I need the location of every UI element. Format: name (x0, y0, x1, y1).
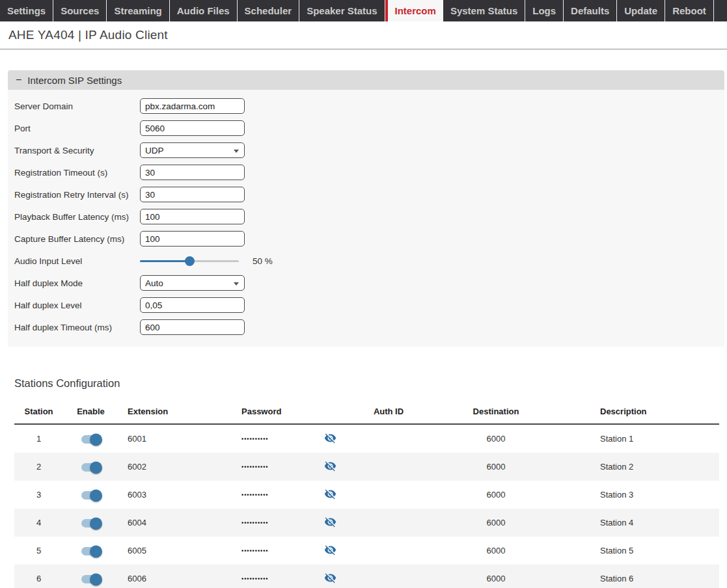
enable-toggle[interactable] (81, 463, 101, 472)
enable-toggle[interactable] (81, 519, 101, 528)
registration-retry-interval-s-label: Registration Retry Interval (s) (14, 190, 140, 200)
registration-timeout-s-input[interactable] (140, 165, 245, 180)
tab-speaker-status[interactable]: Speaker Status (299, 0, 385, 21)
eye-off-icon[interactable] (323, 460, 337, 473)
description-value: Station 2 (571, 462, 719, 472)
slider-thumb[interactable] (185, 256, 195, 266)
sip-settings-panel: − Intercom SIP Settings Server DomainPor… (8, 70, 724, 347)
password-masked: •••••••••• (226, 520, 304, 526)
form-row-registration-retry-interval-s: Registration Retry Interval (s) (14, 187, 724, 202)
password-visibility-cell (304, 488, 356, 502)
stations-table-header: StationEnableExtensionPasswordAuth IDDes… (14, 399, 719, 425)
chevron-down-icon (234, 150, 239, 153)
password-masked: •••••••••• (226, 576, 304, 582)
audio-input-level-slider[interactable] (140, 253, 239, 269)
tab-streaming[interactable]: Streaming (107, 0, 169, 21)
half-duplex-timeout-ms-input[interactable] (140, 319, 245, 335)
station-number: 4 (14, 518, 63, 528)
extension-value: 6006 (118, 574, 226, 583)
half-duplex-timeout-ms-label: Half duplex Timeout (ms) (14, 323, 140, 332)
half-duplex-level-input[interactable] (140, 297, 245, 313)
eye-off-icon[interactable] (323, 572, 337, 585)
enable-toggle[interactable] (81, 491, 101, 500)
registration-retry-interval-s-input[interactable] (140, 187, 245, 202)
password-masked: •••••••••• (226, 492, 304, 498)
column-header-password: Password (226, 407, 304, 416)
tab-intercom[interactable]: Intercom (385, 0, 443, 21)
column-header-auth-id: Auth ID (356, 407, 421, 416)
tab-scheduler[interactable]: Scheduler (238, 0, 300, 21)
table-row: 66006••••••••••6000Station 6 (14, 565, 719, 588)
capture-buffer-latency-ms-label: Capture Buffer Latency (ms) (14, 234, 140, 244)
toggle-knob-icon (90, 517, 102, 529)
sip-settings-panel-header[interactable]: − Intercom SIP Settings (8, 70, 724, 90)
station-number: 3 (14, 490, 63, 500)
password-masked: •••••••••• (226, 464, 304, 470)
port-label: Port (14, 124, 140, 133)
port-input[interactable] (140, 120, 245, 136)
password-visibility-cell (304, 516, 356, 530)
table-row: 26002••••••••••6000Station 2 (14, 453, 719, 481)
tab-update[interactable]: Update (617, 0, 665, 21)
enable-toggle[interactable] (81, 547, 101, 555)
table-row: 16001••••••••••6000Station 1 (14, 425, 719, 453)
audio-input-level-label: Audio Input Level (14, 256, 140, 266)
collapse-minus-icon: − (16, 74, 21, 86)
half-duplex-mode-select[interactable]: Auto (140, 275, 245, 291)
destination-value: 6000 (421, 546, 571, 555)
eye-off-icon[interactable] (323, 488, 337, 501)
enable-toggle[interactable] (81, 435, 101, 444)
transport-security-label: Transport & Security (14, 146, 140, 155)
server-domain-label: Server Domain (14, 101, 140, 111)
toggle-knob-icon (90, 461, 102, 474)
server-domain-input[interactable] (140, 98, 245, 114)
tab-settings[interactable]: Settings (0, 0, 53, 21)
slider-fill (140, 260, 189, 263)
description-value: Station 5 (571, 546, 719, 555)
page-title: AHE YA404 | IP Audio Client (8, 28, 727, 42)
password-visibility-cell (304, 460, 356, 474)
description-value: Station 4 (571, 518, 719, 528)
enable-toggle[interactable] (81, 575, 101, 583)
form-row-half-duplex-timeout-ms: Half duplex Timeout (ms) (14, 319, 724, 335)
form-row-registration-timeout-s: Registration Timeout (s) (14, 165, 724, 180)
tab-reboot[interactable]: Reboot (665, 0, 714, 21)
sip-settings-panel-title: Intercom SIP Settings (27, 75, 122, 86)
password-visibility-cell (304, 432, 356, 446)
enable-toggle-cell (63, 462, 118, 472)
password-masked: •••••••••• (226, 548, 304, 554)
tab-system-status[interactable]: System Status (443, 0, 525, 21)
extension-value: 6003 (118, 490, 226, 500)
description-value: Station 1 (571, 434, 719, 444)
capture-buffer-latency-ms-input[interactable] (140, 231, 245, 247)
form-row-half-duplex-mode: Half duplex ModeAuto (14, 275, 724, 291)
tab-sources[interactable]: Sources (53, 0, 107, 21)
tab-audio-files[interactable]: Audio Files (170, 0, 238, 21)
destination-value: 6000 (421, 574, 571, 583)
toggle-knob-icon (90, 573, 102, 585)
stations-table: StationEnableExtensionPasswordAuth IDDes… (14, 399, 719, 588)
transport-security-select[interactable]: UDP (140, 142, 245, 158)
toggle-knob-icon (90, 433, 102, 446)
eye-off-icon[interactable] (323, 544, 337, 557)
enable-toggle-cell (63, 574, 118, 583)
enable-toggle-cell (63, 546, 118, 555)
form-row-half-duplex-level: Half duplex Level (14, 297, 724, 313)
station-number: 5 (14, 546, 63, 555)
eye-off-icon[interactable] (323, 516, 337, 529)
nav-filler (714, 0, 727, 21)
form-row-playback-buffer-latency-ms: Playback Buffer Latency (ms) (14, 209, 724, 224)
transport-security-selected-value: UDP (145, 146, 164, 155)
column-header-station: Station (14, 407, 63, 416)
eye-off-icon[interactable] (323, 432, 337, 445)
playback-buffer-latency-ms-input[interactable] (140, 209, 245, 224)
sip-settings-panel-body: Server DomainPortTransport & SecurityUDP… (8, 90, 724, 347)
description-value: Station 3 (571, 490, 719, 500)
destination-value: 6000 (421, 490, 571, 500)
tab-logs[interactable]: Logs (525, 0, 564, 21)
column-header-description: Description (571, 407, 719, 416)
tab-defaults[interactable]: Defaults (564, 0, 617, 21)
toggle-knob-icon (90, 489, 102, 501)
top-nav: SettingsSourcesStreamingAudio FilesSched… (0, 0, 727, 21)
destination-value: 6000 (421, 434, 571, 444)
